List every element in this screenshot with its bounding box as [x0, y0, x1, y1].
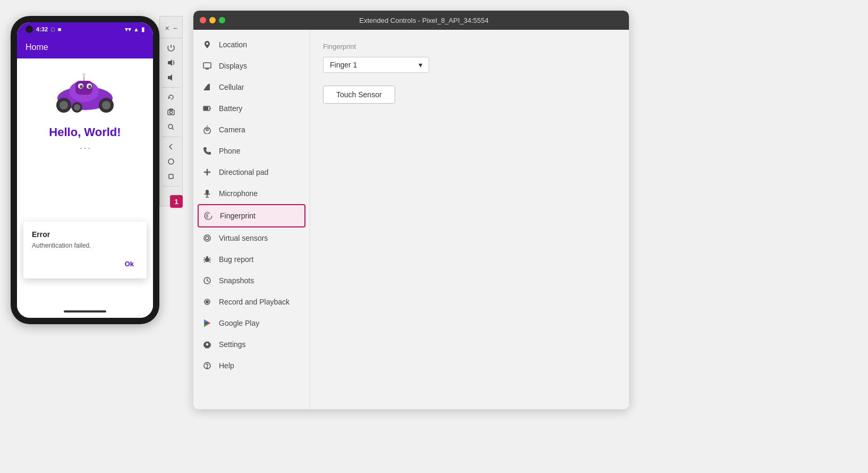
record-playback-icon — [202, 297, 212, 307]
svg-point-6 — [88, 85, 91, 88]
sidebar-item-camera[interactable]: Camera — [193, 119, 310, 140]
minimize-traffic-light[interactable] — [209, 17, 216, 23]
battery-icon — [202, 103, 212, 114]
volume-up-button[interactable] — [164, 55, 178, 70]
close-traffic-light[interactable] — [200, 17, 206, 23]
sidebar-item-virtual-sensors[interactable]: Virtual sensors — [193, 227, 310, 249]
settings-icon — [202, 339, 212, 350]
minimize-button[interactable]: − — [171, 21, 179, 36]
snapshots-icon — [202, 275, 212, 286]
wifi-icon: ▾▾ — [125, 26, 131, 33]
maximize-traffic-light[interactable] — [219, 17, 225, 23]
sidebar-item-record-playback[interactable]: Record and Playback — [193, 291, 310, 312]
error-actions: Ok — [32, 258, 138, 270]
virtual-sensors-icon — [202, 233, 212, 243]
sidebar-label-battery: Battery — [219, 104, 242, 113]
sidebar-item-displays[interactable]: Displays — [193, 55, 310, 77]
svg-point-5 — [80, 85, 83, 88]
svg-line-23 — [172, 128, 174, 130]
svg-line-52 — [204, 261, 205, 263]
rotate-button[interactable] — [164, 90, 178, 105]
zoom-button[interactable] — [164, 120, 178, 134]
svg-point-45 — [204, 235, 210, 241]
extended-controls-window: Extended Controls - Pixel_8_API_34:5554 … — [193, 11, 629, 409]
sidebar-item-google-play[interactable]: Google Play — [193, 312, 310, 334]
sidebar-item-location[interactable]: Location — [193, 34, 310, 55]
help-icon — [202, 360, 212, 371]
home-indicator — [64, 310, 106, 312]
volume-down-button[interactable] — [164, 70, 178, 85]
sidebar-item-battery[interactable]: Battery — [193, 98, 310, 119]
sidebar-label-location: Location — [219, 40, 247, 49]
phone-welcome-text: · · · — [80, 143, 90, 152]
ec-body: Location Displays Cell — [193, 30, 629, 409]
svg-marker-30 — [203, 83, 210, 90]
phone-frame: 4:32 □ ■ ▾▾ ▲ ▮ Home — [11, 16, 159, 324]
svg-rect-41 — [206, 190, 209, 195]
google-play-icon — [202, 318, 212, 328]
ec-sidebar: Location Displays Cell — [193, 30, 310, 409]
ec-title-bar: Extended Controls - Pixel_8_API_34:5554 — [193, 11, 629, 30]
sidebar-label-directional-pad: Directional pad — [219, 168, 268, 176]
chevron-down-icon: ▾ — [419, 61, 422, 69]
sidebar-item-phone[interactable]: Phone — [193, 140, 310, 162]
sidebar-item-help[interactable]: Help — [193, 355, 310, 376]
sidebar-item-fingerprint[interactable]: Fingerprint — [198, 204, 305, 227]
cellular-icon — [202, 82, 212, 92]
svg-rect-21 — [169, 109, 173, 110]
toolbar-divider-2 — [162, 137, 180, 137]
phone-screen: 4:32 □ ■ ▾▾ ▲ ▮ Home — [17, 22, 153, 318]
svg-marker-36 — [206, 168, 208, 171]
phone-content: Hello, World! · · · Error Authentication… — [17, 58, 153, 305]
sidebar-item-bug-report[interactable]: Bug report — [193, 249, 310, 270]
svg-point-14 — [74, 104, 80, 111]
phone-status-bar: 4:32 □ ■ ▾▾ ▲ ▮ — [17, 22, 153, 36]
sidebar-label-settings: Settings — [219, 340, 246, 349]
screenshot-button[interactable] — [164, 105, 178, 120]
microphone-icon — [202, 188, 212, 199]
home-button[interactable] — [164, 154, 178, 169]
svg-point-8 — [82, 73, 86, 76]
sidebar-item-directional-pad[interactable]: Directional pad — [193, 162, 310, 183]
close-button[interactable]: × — [163, 21, 171, 36]
phone-bottom-bar — [17, 305, 153, 318]
svg-point-10 — [59, 101, 68, 109]
svg-line-53 — [209, 261, 210, 263]
power-button[interactable] — [164, 40, 178, 55]
phone-app-title: Home — [25, 43, 48, 52]
touch-sensor-button[interactable]: Touch Sensor — [323, 86, 395, 104]
sidebar-label-google-play: Google Play — [219, 319, 259, 327]
sidebar-label-help: Help — [219, 361, 234, 370]
phone-hello-text: Hello, World! — [49, 125, 121, 139]
sidebar-item-microphone[interactable]: Microphone — [193, 183, 310, 204]
sidebar-label-phone: Phone — [219, 147, 240, 155]
svg-line-49 — [209, 258, 210, 258]
ok-button[interactable]: Ok — [121, 258, 138, 270]
robot-car-image — [48, 69, 122, 117]
status-left: 4:32 □ ■ — [25, 26, 61, 33]
sidebar-item-settings[interactable]: Settings — [193, 334, 310, 355]
sidebar-item-snapshots[interactable]: Snapshots — [193, 270, 310, 291]
sidebar-label-snapshots: Snapshots — [219, 276, 254, 285]
sidebar-label-camera: Camera — [219, 125, 245, 134]
settings-dot-icon: ■ — [58, 26, 62, 32]
phone-emulator-section: 4:32 □ ■ ▾▾ ▲ ▮ Home — [11, 16, 183, 324]
badge-1: 1 — [170, 195, 183, 208]
svg-marker-18 — [168, 74, 172, 81]
sidebar-label-displays: Displays — [219, 62, 247, 70]
svg-point-40 — [206, 171, 209, 174]
phone-camera — [25, 26, 33, 33]
svg-marker-17 — [168, 60, 172, 66]
status-right: ▾▾ ▲ ▮ — [125, 26, 144, 33]
finger-dropdown[interactable]: Finger 1 ▾ — [323, 57, 429, 73]
sidebar-label-record-playback: Record and Playback — [219, 298, 290, 306]
error-dialog: Error Authentication failed. Ok — [23, 222, 147, 278]
svg-point-64 — [207, 367, 208, 368]
back-button[interactable] — [164, 139, 178, 154]
sidebar-item-cellular[interactable]: Cellular — [193, 77, 310, 98]
fingerprint-icon — [203, 210, 214, 221]
sidebar-label-microphone: Microphone — [219, 189, 258, 198]
svg-point-56 — [206, 300, 209, 303]
svg-point-22 — [168, 124, 173, 129]
recents-button[interactable] — [164, 169, 178, 184]
